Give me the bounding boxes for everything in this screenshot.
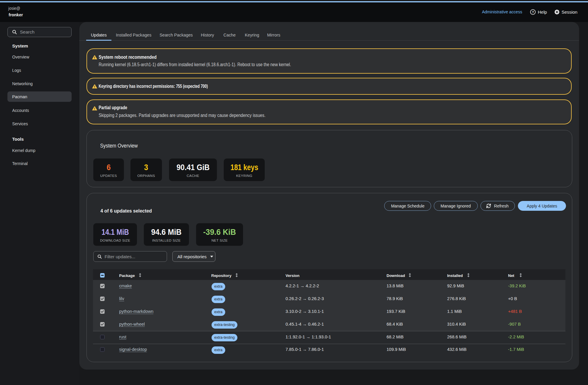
svg-text:?: ? (532, 10, 534, 14)
